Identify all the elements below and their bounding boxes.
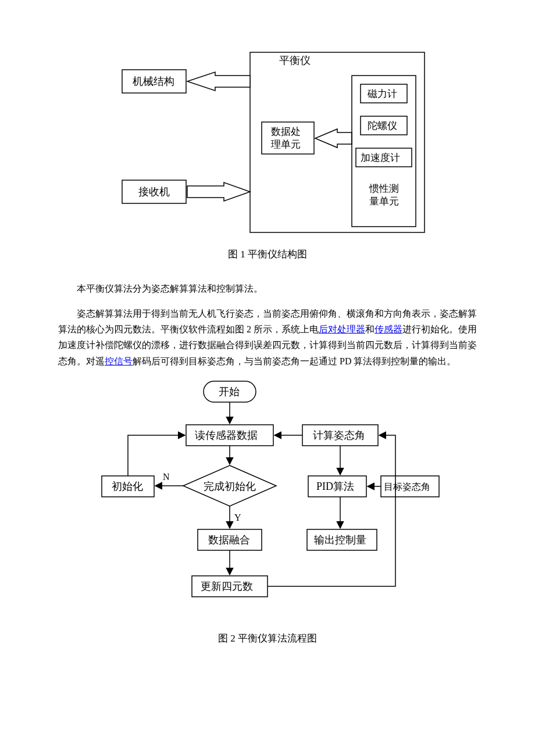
balancer-label: 平衡仪 (279, 55, 311, 66)
figure1-caption: 图 1 平衡仪结构图 (58, 246, 477, 263)
mechanical-label: 机械结构 (133, 76, 174, 87)
start-label: 开始 (219, 386, 240, 397)
output-label: 输出控制量 (314, 534, 366, 546)
figure2-flowchart: 开始 读传感器数据 计算姿态角 完成初始化 初始化 N (58, 378, 477, 622)
figure1-svg: 平衡仪 机械结构 接收机 数据处 理单元 (105, 46, 430, 238)
p2-part2: 和 (365, 324, 374, 334)
read-sensor-label: 读传感器数据 (195, 429, 258, 441)
figure2-svg: 开始 读传感器数据 计算姿态角 完成初始化 初始化 N (93, 378, 442, 622)
link-postprocessor[interactable]: 后对处理器 (319, 324, 365, 334)
update-q-label: 更新四元数 (201, 581, 253, 592)
link-sensor[interactable]: 传感器 (374, 324, 402, 334)
paragraph-2: 姿态解算算法用于得到当前无人机飞行姿态，当前姿态用俯仰角、横滚角和方向角表示，姿… (58, 306, 477, 369)
magnetometer-label: 磁力计 (367, 88, 397, 99)
figure1-block-diagram: 平衡仪 机械结构 接收机 数据处 理单元 (58, 46, 477, 238)
dpu-label-2: 理单元 (271, 139, 301, 150)
calc-attitude-label: 计算姿态角 (313, 429, 365, 441)
paragraph-1: 本平衡仪算法分为姿态解算算法和控制算法。 (58, 281, 477, 296)
imu-label-2: 量单元 (369, 196, 399, 207)
page: 平衡仪 机械结构 接收机 数据处 理单元 (0, 0, 535, 756)
dpu-label-1: 数据处 (271, 126, 301, 137)
accelerometer-label: 加速度计 (361, 152, 400, 163)
target-label: 目标姿态角 (384, 482, 430, 492)
fusion-label: 数据融合 (208, 534, 250, 546)
receiver-label: 接收机 (138, 186, 170, 198)
y-label: Y (234, 513, 241, 522)
pid-label: PID算法 (316, 481, 354, 492)
init-label: 初始化 (112, 481, 143, 492)
n-label: N (163, 472, 170, 482)
p2-part4: 解码后可得到目标姿态角，与当前姿态角一起通过 PD 算法得到控制量的输出。 (133, 356, 456, 366)
init-done-label: 完成初始化 (204, 481, 256, 492)
link-control-signal[interactable]: 控信号 (105, 356, 133, 366)
figure2-caption: 图 2 平衡仪算法流程图 (58, 630, 477, 647)
imu-label-1: 惯性测 (369, 183, 399, 194)
gyroscope-label: 陀螺仪 (368, 120, 397, 131)
